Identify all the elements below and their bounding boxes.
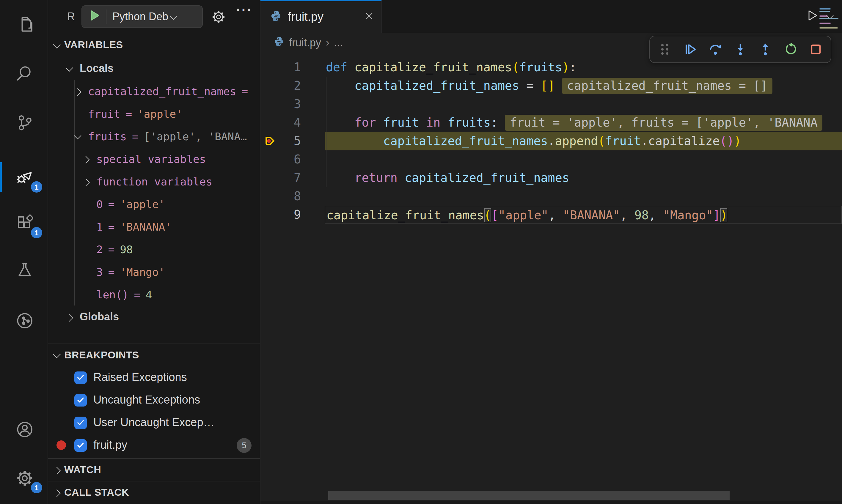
breakpoint-row[interactable]: fruit.py5 [48,434,260,456]
variable-row[interactable]: fruits=['apple', 'BANA… [48,125,260,147]
step-into-button[interactable] [730,39,750,59]
continue-button[interactable] [680,39,700,59]
minimap[interactable] [820,7,840,30]
badge: 1 [31,181,42,193]
more-actions-icon[interactable]: ··· [236,2,253,18]
indent-guide [326,77,327,187]
call-stack-title: CALL STACK [64,486,129,498]
variable-row[interactable]: fruit='apple' [48,102,260,125]
gutter[interactable]: 4 [260,113,325,132]
code-text[interactable]: capitalized_fruit_names = [] capitalized… [325,77,842,95]
gutter[interactable]: 1 [260,58,325,77]
run-file-icon[interactable] [806,8,819,24]
code-text[interactable]: capitalized_fruit_names.append(fruit.cap… [325,132,842,150]
code-text[interactable]: capitalize_fruit_names(["apple", "BANANA… [325,206,842,224]
code-text[interactable]: return capitalized_fruit_names [325,169,842,187]
code-line-5[interactable]: 5 capitalized_fruit_names.append(fruit.c… [260,132,842,150]
checkbox-checked[interactable] [74,439,87,451]
code-text[interactable] [325,95,842,113]
scope-row-globals[interactable]: Globals [48,306,260,328]
code-text[interactable]: for fruit in fruits: fruit = 'apple', fr… [325,113,842,132]
minimap-line [820,11,830,12]
debug-config-dropdown[interactable]: Python Deb [82,5,203,28]
variables-section-header[interactable]: VARIABLES [48,33,260,57]
restart-button[interactable] [780,39,801,59]
checkbox-checked[interactable] [74,394,87,406]
python-icon [270,10,282,24]
sidebar-item-search[interactable] [0,58,48,87]
gutter[interactable]: 5 [260,132,325,150]
code-line-3[interactable]: 3 [260,95,842,113]
gutter[interactable]: 7 [260,169,325,187]
gutter[interactable]: 6 [260,150,325,169]
code-line-6[interactable]: 6 [260,150,842,169]
variable-name: function variables [97,175,212,187]
chevron-none-icon [83,269,88,274]
chevron-right-icon [82,178,89,186]
horizontal-scrollbar[interactable] [328,491,730,500]
breadcrumb-more[interactable]: ... [334,37,343,49]
sidebar-item-source-control[interactable] [0,108,48,137]
badge: 1 [31,482,42,493]
variable-row[interactable]: function variables [48,170,260,193]
breakpoint-row[interactable]: Uncaught Exceptions [48,389,260,411]
variable-row[interactable]: 0='apple' [48,193,260,215]
code-line-9[interactable]: 9capitalize_fruit_names(["apple", "BANAN… [260,206,842,224]
variable-row[interactable]: special variables [48,147,260,170]
code-text[interactable] [325,187,842,206]
variable-name: special variables [97,152,206,165]
scope-row-locals[interactable]: Locals [48,57,260,79]
breakpoints-section-header[interactable]: BREAKPOINTS [48,344,260,366]
dropdown-divider [106,10,106,24]
code-line-7[interactable]: 7 return capitalized_fruit_names [260,169,842,187]
gutter[interactable]: 9 [260,206,325,224]
chevron-none-icon [83,224,88,229]
code-text[interactable] [325,150,842,169]
call-stack-section-header[interactable]: CALL STACK [48,481,260,503]
toolbar-drag-handle[interactable] [655,39,675,59]
stop-button[interactable] [806,39,826,59]
checkbox-checked[interactable] [74,416,87,429]
tab-fruit-py[interactable]: fruit.py [260,0,382,33]
start-debug-icon[interactable] [88,9,101,24]
sidebar-item-explorer[interactable] [0,10,48,39]
chevron-down-icon [53,350,60,358]
minimap-line [820,22,830,24]
sidebar-item-settings[interactable]: 1 [0,464,48,492]
breadcrumb-file[interactable]: fruit.py [289,37,321,49]
sidebar-item-account[interactable] [0,415,48,444]
step-over-button[interactable] [705,39,725,59]
variable-row[interactable]: capitalized_fruit_names= [48,79,260,102]
line-number: 8 [294,187,301,206]
close-icon[interactable] [365,11,374,23]
debug-toolbar [649,36,831,63]
sidebar-item-testing[interactable] [0,256,48,285]
equals: = [132,130,139,142]
step-out-button[interactable] [755,39,776,59]
code-line-4[interactable]: 4 for fruit in fruits: fruit = 'apple', … [260,113,842,132]
gutter[interactable]: 2 [260,77,325,95]
variable-row[interactable]: 1='BANANA' [48,215,260,238]
minimap-line [820,16,828,17]
debug-gear-icon[interactable] [211,10,225,26]
code-line-2[interactable]: 2 capitalized_fruit_names = [] capitaliz… [260,77,842,95]
variable-row[interactable]: len()=4 [48,283,260,306]
variable-row[interactable]: 3='Mango' [48,260,260,283]
sidebar-item-run-and-debug[interactable]: 1 [0,163,48,192]
window-bottom-edge [260,501,842,504]
watch-title: WATCH [64,464,101,476]
editor-group: fruit.py fruit.py › ... 1def capitalize_… [260,0,842,504]
breakpoint-row[interactable]: User Uncaught Excep… [48,411,260,434]
gutter[interactable]: 3 [260,95,325,113]
sidebar-item-remote-graph[interactable] [0,306,48,335]
breakpoint-row[interactable]: Raised Exceptions [48,366,260,389]
code-line-8[interactable]: 8 [260,187,842,206]
watch-section-header[interactable]: WATCH [48,458,260,481]
variable-value: ['apple', 'BANA… [144,130,247,142]
checkbox-checked[interactable] [74,371,87,384]
gutter[interactable]: 8 [260,187,325,206]
equals: = [125,107,132,120]
sidebar-item-extensions[interactable]: 1 [0,209,48,237]
variable-name: 2 [97,243,103,255]
variable-row[interactable]: 2=98 [48,238,260,260]
